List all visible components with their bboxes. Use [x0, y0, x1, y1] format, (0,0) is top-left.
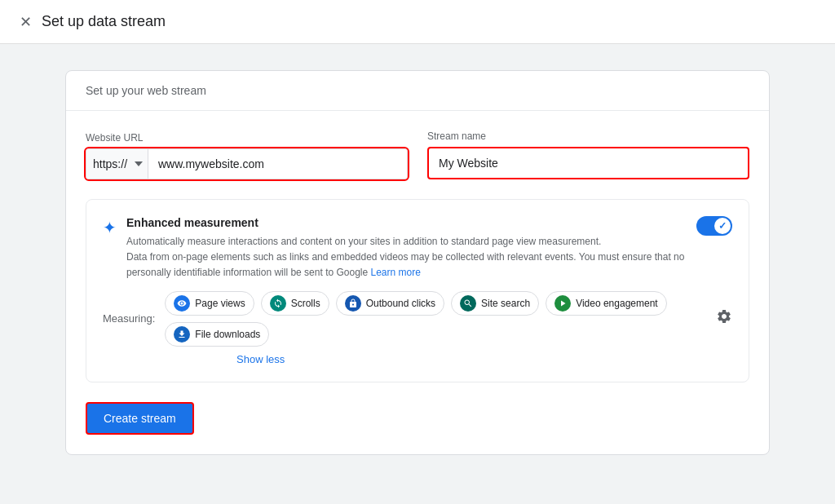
show-less-link[interactable]: Show less — [236, 353, 285, 365]
card-body: Website URL https:// http:// Stream name — [66, 111, 769, 454]
em-title-block: Enhanced measurement Automatically measu… — [126, 216, 687, 281]
close-icon[interactable]: ✕ — [20, 15, 32, 29]
learn-more-link[interactable]: Learn more — [371, 267, 421, 278]
enhanced-measurement-toggle[interactable]: ✓ — [696, 216, 732, 236]
url-stream-row: Website URL https:// http:// Stream name — [86, 130, 749, 179]
website-url-field: Website URL https:// http:// — [86, 132, 408, 179]
chip-file-downloads-label: File downloads — [195, 329, 260, 340]
sparkle-icon: ✦ — [103, 218, 117, 237]
page-title: Set up data stream — [42, 13, 166, 30]
page-views-icon — [174, 295, 190, 312]
outbound-clicks-icon — [345, 295, 361, 312]
chip-outbound-clicks-label: Outbound clicks — [366, 298, 435, 309]
em-title: Enhanced measurement — [126, 216, 687, 229]
toggle-thumb: ✓ — [714, 218, 731, 234]
site-search-icon — [460, 295, 476, 312]
protocol-select[interactable]: https:// http:// — [86, 149, 148, 179]
chip-scrolls[interactable]: Scrolls — [261, 291, 329, 316]
video-engagement-icon — [554, 295, 571, 312]
chip-site-search-label: Site search — [481, 298, 530, 309]
website-url-label: Website URL — [86, 132, 408, 144]
chip-scrolls-label: Scrolls — [291, 298, 320, 309]
measuring-label: Measuring: — [103, 312, 155, 325]
toggle-check-icon: ✓ — [718, 220, 727, 232]
measuring-row: Measuring: Page views Scroll — [103, 291, 732, 347]
create-stream-button[interactable]: Create stream — [86, 402, 194, 435]
chip-outbound-clicks[interactable]: Outbound clicks — [336, 291, 444, 316]
page-content: Set up your web stream Website URL https… — [0, 44, 835, 481]
stream-name-field: Stream name — [427, 130, 749, 179]
stream-name-label: Stream name — [427, 130, 749, 142]
chip-site-search[interactable]: Site search — [451, 291, 539, 316]
file-downloads-icon — [174, 326, 190, 343]
stream-name-input[interactable] — [427, 147, 749, 179]
url-input-wrapper: https:// http:// — [86, 148, 408, 179]
card-section-header: Set up your web stream — [66, 71, 769, 111]
show-less-row: Show less — [236, 353, 732, 365]
settings-icon[interactable] — [716, 308, 732, 329]
scrolls-icon — [270, 295, 286, 312]
chip-page-views-label: Page views — [195, 298, 245, 309]
setup-card: Set up your web stream Website URL https… — [65, 70, 770, 455]
website-url-input[interactable] — [148, 149, 407, 179]
page-header: ✕ Set up data stream — [0, 0, 835, 44]
em-description-line1: Automatically measure interactions and c… — [126, 236, 601, 247]
chip-file-downloads[interactable]: File downloads — [165, 322, 269, 347]
enhanced-measurement-box: ✦ Enhanced measurement Automatically mea… — [86, 199, 749, 382]
em-description: Automatically measure interactions and c… — [126, 234, 687, 281]
chip-page-views[interactable]: Page views — [165, 291, 254, 316]
chips-container: Page views Scrolls Outboun — [165, 291, 706, 347]
chip-video-engagement-label: Video engagement — [576, 298, 658, 309]
chip-video-engagement[interactable]: Video engagement — [546, 291, 667, 316]
em-header: ✦ Enhanced measurement Automatically mea… — [103, 216, 732, 281]
toggle-track[interactable]: ✓ — [696, 216, 732, 236]
